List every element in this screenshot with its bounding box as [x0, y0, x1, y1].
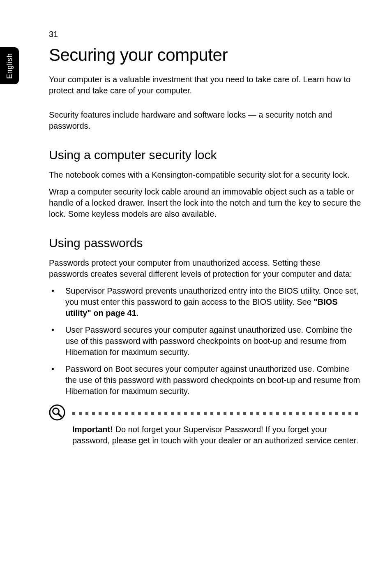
- language-tab: English: [0, 47, 19, 84]
- lock-paragraph-2: Wrap a computer security lock cable arou…: [49, 186, 361, 220]
- intro-paragraph-1: Your computer is a valuable investment t…: [49, 74, 361, 96]
- list-item: Password on Boot secures your computer a…: [49, 364, 361, 397]
- dotted-rule: [49, 406, 361, 421]
- page-number: 31: [49, 30, 58, 39]
- list-item: Supervisor Password prevents unauthorize…: [49, 285, 361, 319]
- section-heading-lock: Using a computer security lock: [49, 148, 361, 162]
- bullet1-text-b: .: [136, 308, 139, 317]
- passwords-intro: Passwords protect your computer from una…: [49, 257, 361, 280]
- svg-line-2: [58, 414, 61, 417]
- magnifier-icon: [49, 404, 65, 421]
- passwords-list: Supervisor Password prevents unauthorize…: [49, 285, 361, 397]
- page-title: Securing your computer: [49, 45, 361, 65]
- intro-paragraph-2: Security features include hardware and s…: [49, 109, 361, 132]
- page-body: Securing your computer Your computer is …: [49, 45, 361, 452]
- note-body: Do not forget your Supervisor Password! …: [72, 425, 358, 445]
- important-note: Important! Do not forget your Supervisor…: [49, 406, 361, 446]
- note-label: Important!: [72, 425, 113, 434]
- lock-paragraph-1: The notebook comes with a Kensington-com…: [49, 169, 361, 181]
- svg-point-0: [50, 405, 65, 420]
- section-heading-passwords: Using passwords: [49, 236, 361, 250]
- language-tab-label: English: [5, 53, 14, 79]
- list-item: User Password secures your computer agai…: [49, 324, 361, 358]
- note-paragraph: Important! Do not forget your Supervisor…: [49, 424, 361, 446]
